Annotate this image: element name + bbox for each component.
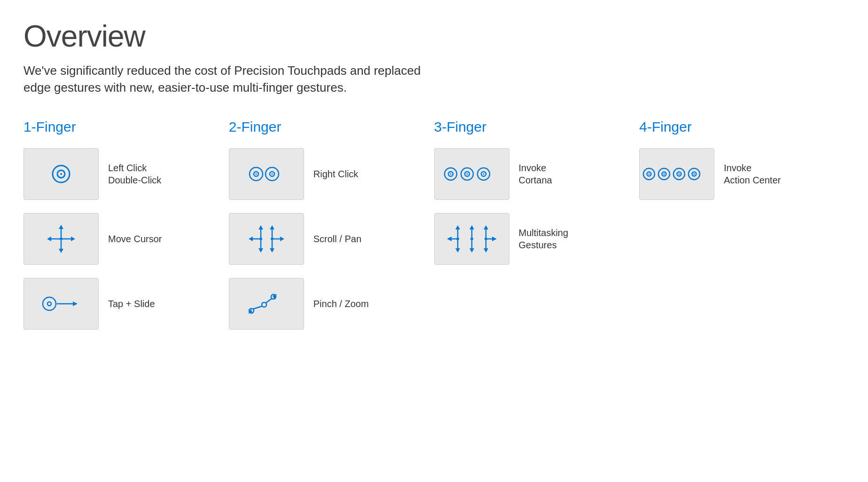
column-header-two-finger: 2-Finger xyxy=(229,119,425,135)
svg-marker-15 xyxy=(73,301,78,306)
svg-marker-29 xyxy=(258,248,263,253)
svg-point-38 xyxy=(262,302,266,307)
svg-point-82 xyxy=(693,173,695,174)
svg-marker-56 xyxy=(455,225,460,229)
gesture-label-tap-slide: Tap + Slide xyxy=(108,298,155,310)
svg-marker-31 xyxy=(270,248,274,253)
svg-line-39 xyxy=(253,306,262,309)
gesture-label-invoke-action-center: InvokeAction Center xyxy=(724,162,781,186)
tap-slide-icon xyxy=(40,292,82,316)
scroll-pan-2-icon xyxy=(248,222,285,255)
gesture-list-two-finger: Right Click xyxy=(229,148,425,330)
gesture-box-move-cursor xyxy=(23,213,99,265)
svg-point-45 xyxy=(450,173,451,174)
gesture-label-move-cursor: Move Cursor xyxy=(108,233,162,245)
gesture-columns: 1-Finger Left ClickDouble-Click xyxy=(23,119,845,330)
gesture-box-right-click xyxy=(229,148,304,200)
move-cursor-icon xyxy=(45,222,78,255)
svg-point-2 xyxy=(60,173,62,175)
svg-marker-62 xyxy=(455,248,460,253)
scroll-pan-3-icon xyxy=(448,222,495,255)
column-four-finger: 4-Finger xyxy=(639,119,845,330)
gesture-box-invoke-cortana xyxy=(434,148,509,200)
gesture-left-click: Left ClickDouble-Click xyxy=(23,148,219,200)
gesture-scroll-pan: Scroll / Pan xyxy=(229,213,425,265)
svg-marker-64 xyxy=(469,248,474,253)
svg-marker-25 xyxy=(258,225,263,229)
svg-point-73 xyxy=(648,173,649,174)
gesture-list-four-finger: InvokeAction Center xyxy=(639,148,835,200)
svg-line-40 xyxy=(266,299,272,303)
column-one-finger: 1-Finger Left ClickDouble-Click xyxy=(23,119,229,330)
triple-tap-icon xyxy=(441,162,502,186)
svg-marker-7 xyxy=(59,249,63,253)
column-header-four-finger: 4-Finger xyxy=(639,119,835,135)
gesture-box-pinch-zoom xyxy=(229,278,304,330)
page-title: Overview xyxy=(23,19,845,54)
svg-point-22 xyxy=(259,237,262,240)
gesture-label-pinch-zoom: Pinch / Zoom xyxy=(313,298,369,310)
column-header-one-finger: 1-Finger xyxy=(23,119,219,135)
svg-point-51 xyxy=(483,173,484,174)
gesture-box-invoke-action-center xyxy=(639,148,714,200)
svg-marker-70 xyxy=(492,237,497,241)
svg-point-3 xyxy=(60,237,63,240)
gesture-label-left-click: Left ClickDouble-Click xyxy=(108,162,161,186)
svg-marker-5 xyxy=(59,225,63,229)
svg-marker-11 xyxy=(71,237,75,241)
gesture-box-tap-slide xyxy=(23,278,99,330)
svg-point-48 xyxy=(466,173,468,174)
single-tap-icon xyxy=(47,160,75,188)
svg-marker-58 xyxy=(469,225,474,229)
svg-point-79 xyxy=(678,173,680,174)
gesture-invoke-cortana: InvokeCortana xyxy=(434,148,630,200)
quad-tap-icon xyxy=(641,162,713,186)
gesture-box-scroll-pan xyxy=(229,213,304,265)
svg-marker-33 xyxy=(249,237,253,241)
svg-point-21 xyxy=(271,173,273,174)
column-header-three-finger: 3-Finger xyxy=(434,119,630,135)
column-three-finger: 3-Finger xyxy=(434,119,640,330)
gesture-pinch-zoom: Pinch / Zoom xyxy=(229,278,425,330)
gesture-right-click: Right Click xyxy=(229,148,425,200)
svg-point-13 xyxy=(47,302,51,306)
gesture-label-right-click: Right Click xyxy=(313,168,359,180)
svg-point-52 xyxy=(456,237,459,240)
pinch-zoom-icon xyxy=(243,288,290,319)
gesture-box-left-click xyxy=(23,148,99,200)
svg-marker-9 xyxy=(47,237,51,241)
svg-marker-68 xyxy=(447,237,452,241)
svg-point-12 xyxy=(43,297,56,310)
svg-marker-27 xyxy=(270,225,274,229)
page-subtitle: We've significantly reduced the cost of … xyxy=(23,62,446,96)
svg-marker-66 xyxy=(484,248,488,253)
svg-point-54 xyxy=(485,237,487,240)
double-tap-icon xyxy=(243,162,290,186)
gesture-list-one-finger: Left ClickDouble-Click xyxy=(23,148,219,330)
gesture-invoke-action-center: InvokeAction Center xyxy=(639,148,835,200)
column-two-finger: 2-Finger Right Click xyxy=(229,119,434,330)
gesture-list-three-finger: InvokeCortana xyxy=(434,148,630,265)
svg-marker-35 xyxy=(280,237,284,241)
svg-point-53 xyxy=(470,237,473,240)
gesture-label-invoke-cortana: InvokeCortana xyxy=(519,162,552,186)
svg-point-23 xyxy=(271,237,274,240)
svg-point-18 xyxy=(255,173,257,174)
gesture-tap-slide: Tap + Slide xyxy=(23,278,219,330)
gesture-move-cursor: Move Cursor xyxy=(23,213,219,265)
svg-marker-60 xyxy=(484,225,488,229)
gesture-label-multitasking: MultitaskingGestures xyxy=(519,227,569,251)
svg-point-76 xyxy=(663,173,665,174)
gesture-label-scroll-pan: Scroll / Pan xyxy=(313,233,361,245)
gesture-box-multitasking xyxy=(434,213,509,265)
gesture-multitasking: MultitaskingGestures xyxy=(434,213,630,265)
